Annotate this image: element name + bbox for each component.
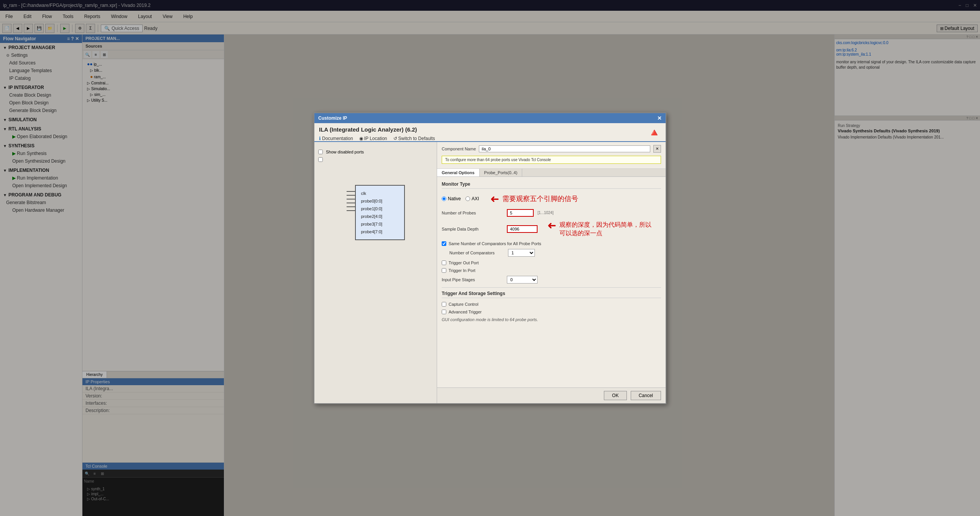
trigger-in-label: Trigger In Port	[449, 268, 475, 273]
tab-probe-ports[interactable]: Probe_Ports(0..4)	[480, 169, 523, 176]
trigger-out-checkbox[interactable]	[442, 260, 446, 265]
num-probes-input[interactable]	[507, 209, 534, 217]
monitor-type-radios: Native AXI	[442, 196, 479, 201]
port-clk: clk	[361, 190, 399, 197]
doc-icon: ℹ	[319, 136, 321, 141]
port-probe3: probe3[7:0]	[361, 220, 399, 228]
input-pipe-row: Input Pipe Stages 0 1 2	[442, 276, 661, 284]
annotation-arrow-1: ➜ 需要观察五个引脚的信号	[490, 193, 578, 205]
capture-control-label: Capture Control	[449, 302, 478, 307]
monitor-type-title: Monitor Type	[442, 181, 661, 189]
show-disabled-checkbox[interactable]	[318, 150, 323, 154]
dialog-body: Show disabled ports x	[314, 142, 666, 403]
customize-ip-dialog: Customize IP ✕ ILA (Integrated Logic Ana…	[314, 112, 666, 404]
sample-depth-input[interactable]	[507, 225, 538, 233]
component-name-row: Component Name ✕	[442, 145, 661, 153]
capture-control-checkbox[interactable]	[442, 302, 446, 307]
settings-tabs: General Options Probe_Ports(0..4)	[437, 169, 666, 177]
trigger-storage-section: Trigger And Storage Settings Capture Con…	[442, 287, 661, 322]
trigger-in-checkbox[interactable]	[442, 268, 446, 273]
advanced-trigger-checkbox[interactable]	[442, 310, 446, 314]
sample-depth-row: Sample Data Depth ➜ 观察的深度，因为代码简单，所以可以选的深…	[442, 221, 661, 238]
radio-axi[interactable]	[465, 196, 470, 201]
trigger-out-label: Trigger Out Port	[449, 260, 478, 265]
port-probe1: probe1[0:0]	[361, 205, 399, 213]
cancel-button[interactable]: Cancel	[631, 391, 661, 400]
dialog-ip-title: ILA (Integrated Logic Analyzer) (6.2)	[319, 126, 435, 133]
sample-depth-label: Sample Data Depth	[442, 227, 503, 231]
same-comparators-checkbox[interactable]	[442, 241, 446, 246]
radio-native-label[interactable]: Native	[442, 196, 461, 201]
port-probe0: probe0[0:0]	[361, 197, 399, 205]
num-probes-range: [1...1024]	[538, 211, 554, 215]
dialog-right-panel: Component Name ✕ To configure more than …	[437, 142, 666, 403]
input-pipe-label: Input Pipe Stages	[442, 277, 503, 282]
settings-body: Monitor Type Native AXI	[437, 177, 666, 387]
tab-switch-defaults[interactable]: ↺ Switch to Defaults	[393, 136, 435, 141]
annotation-text-1: 需要观察五个引脚的信号	[502, 194, 578, 203]
capture-control-row: Capture Control	[442, 302, 661, 307]
comparators-select[interactable]: 1 2 3 4	[508, 249, 535, 257]
monitor-type-row: Native AXI ➜ 需要观察五个引脚的信号	[442, 193, 661, 205]
arrow-left-icon-2: ➜	[548, 219, 556, 232]
trigger-in-row: Trigger In Port	[442, 268, 661, 273]
gui-note: GUI configuration mode is limited to 64 …	[442, 317, 661, 322]
advanced-trigger-row: Advanced Trigger	[442, 310, 661, 314]
show-disabled-label: Show disabled ports	[326, 150, 364, 154]
location-radio-icon: ◉	[359, 136, 363, 141]
port-probe4: probe4[7:0]	[361, 228, 399, 236]
tab-ip-location[interactable]: ◉ IP Location	[359, 136, 387, 141]
comparators-label: Number of Comparators	[449, 251, 505, 255]
ok-button[interactable]: OK	[604, 391, 626, 400]
dialog-title: Customize IP	[318, 115, 347, 121]
component-name-input[interactable]	[479, 145, 650, 152]
dialog-close-btn[interactable]: ✕	[657, 115, 662, 121]
input-pipe-select[interactable]: 0 1 2	[507, 276, 538, 284]
trigger-out-row: Trigger Out Port	[442, 260, 661, 265]
port-probe2: probe2[4:0]	[361, 213, 399, 220]
dialog-footer: OK Cancel	[437, 387, 666, 403]
radio-axi-label[interactable]: AXI	[465, 196, 479, 201]
switch-icon: ↺	[393, 136, 397, 141]
component-name-label: Component Name	[442, 147, 476, 151]
dialog-titlebar: Customize IP ✕	[314, 113, 666, 123]
tab-general-options[interactable]: General Options	[437, 169, 480, 176]
same-comparators-row: Same Number of Comparators for All Probe…	[442, 241, 661, 246]
reset-btn[interactable]: ✕	[653, 145, 661, 153]
annotation-text-2: 观察的深度，因为代码简单，所以可以选的深一点	[559, 221, 651, 238]
trigger-storage-title: Trigger And Storage Settings	[442, 291, 661, 298]
advanced-trigger-label: Advanced Trigger	[449, 310, 482, 314]
arrow-left-icon: ➜	[490, 193, 499, 205]
num-comparators-row: Number of Comparators 1 2 3 4	[442, 249, 661, 257]
annotation-arrow-2: ➜ 观察的深度，因为代码简单，所以可以选的深一点	[548, 221, 651, 238]
tab-documentation[interactable]: ℹ Documentation	[319, 136, 353, 141]
info-banner: To configure more than 64 probe ports us…	[442, 156, 661, 164]
num-probes-row: Number of Probes [1...1024]	[442, 209, 661, 217]
dialog-overlay: Customize IP ✕ ILA (Integrated Logic Ana…	[0, 0, 980, 516]
dialog-left-panel: Show disabled ports x	[314, 142, 437, 403]
num-probes-label: Number of Probes	[442, 211, 503, 215]
ip-block-visual: clk probe0[0:0] probe1[0:0] probe2[4:0] …	[355, 185, 405, 240]
vivado-logo: 🔺	[648, 126, 661, 139]
show-disabled-ports-checkbox[interactable]	[318, 157, 323, 162]
radio-native[interactable]	[442, 196, 446, 201]
same-comparators-label: Same Number of Comparators for All Probe…	[449, 241, 541, 246]
